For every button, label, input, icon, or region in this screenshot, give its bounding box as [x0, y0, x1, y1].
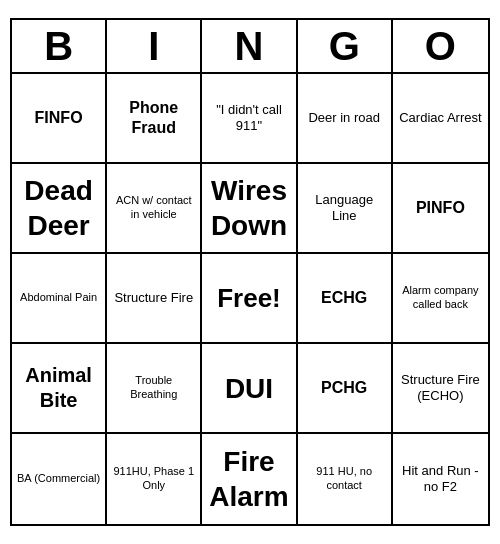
bingo-cell-12: Free!: [202, 254, 297, 344]
bingo-cell-13: ECHG: [298, 254, 393, 344]
bingo-cell-1: Phone Fraud: [107, 74, 202, 164]
bingo-cell-2: "I didn't call 911": [202, 74, 297, 164]
bingo-cell-15: Animal Bite: [12, 344, 107, 434]
bingo-card: B I N G O FINFOPhone Fraud"I didn't call…: [10, 18, 490, 526]
bingo-cell-14: Alarm company called back: [393, 254, 488, 344]
bingo-cell-16: Trouble Breathing: [107, 344, 202, 434]
bingo-cell-0: FINFO: [12, 74, 107, 164]
bingo-cell-5: Dead Deer: [12, 164, 107, 254]
header-n: N: [202, 20, 297, 72]
header-b: B: [12, 20, 107, 72]
header-i: I: [107, 20, 202, 72]
bingo-cell-23: 911 HU, no contact: [298, 434, 393, 524]
bingo-cell-11: Structure Fire: [107, 254, 202, 344]
header-o: O: [393, 20, 488, 72]
header-g: G: [298, 20, 393, 72]
bingo-grid: FINFOPhone Fraud"I didn't call 911"Deer …: [12, 74, 488, 524]
bingo-cell-19: Structure Fire (ECHO): [393, 344, 488, 434]
bingo-cell-17: DUI: [202, 344, 297, 434]
bingo-cell-24: Hit and Run - no F2: [393, 434, 488, 524]
bingo-cell-6: ACN w/ contact in vehicle: [107, 164, 202, 254]
bingo-cell-18: PCHG: [298, 344, 393, 434]
bingo-cell-7: Wires Down: [202, 164, 297, 254]
bingo-cell-22: Fire Alarm: [202, 434, 297, 524]
bingo-cell-20: BA (Commercial): [12, 434, 107, 524]
bingo-cell-9: PINFO: [393, 164, 488, 254]
bingo-cell-8: Language Line: [298, 164, 393, 254]
bingo-cell-3: Deer in road: [298, 74, 393, 164]
bingo-cell-10: Abdominal Pain: [12, 254, 107, 344]
bingo-cell-4: Cardiac Arrest: [393, 74, 488, 164]
bingo-cell-21: 911HU, Phase 1 Only: [107, 434, 202, 524]
bingo-header: B I N G O: [12, 20, 488, 74]
